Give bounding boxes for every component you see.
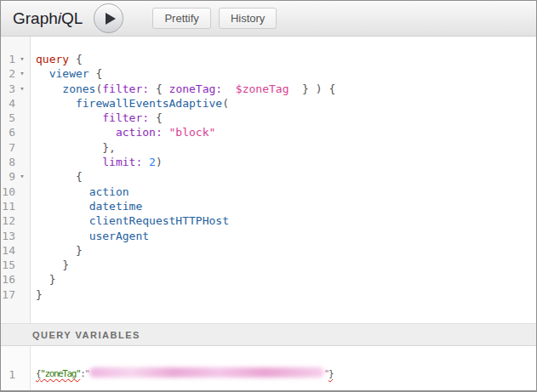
- line-number: 13: [1, 229, 15, 243]
- code-token: firewallEventsAdaptive: [76, 97, 222, 110]
- gutter-row: 4: [1, 96, 30, 111]
- code-token: ": [84, 368, 89, 379]
- code-line[interactable]: }: [36, 243, 536, 258]
- code-token: }: [36, 288, 43, 301]
- code-line[interactable]: action: "block": [36, 125, 536, 139]
- fold-spacer: [15, 243, 29, 258]
- code-token: [36, 141, 102, 154]
- fold-spacer: [15, 199, 29, 213]
- code-line[interactable]: query {: [36, 52, 536, 66]
- gutter-row: 2▾: [1, 66, 30, 81]
- code-token: [36, 82, 62, 95]
- variables-code[interactable]: {"zoneTag":""}: [31, 346, 536, 390]
- code-token: zones: [62, 82, 95, 95]
- code-line[interactable]: filter: {: [36, 111, 536, 125]
- app-title-ql: QL: [61, 9, 83, 27]
- line-number: 1: [1, 367, 15, 382]
- code-line[interactable]: userAgent: [36, 229, 536, 243]
- query-variables-header[interactable]: QUERY VARIABLES: [1, 323, 536, 346]
- line-number: 12: [1, 213, 15, 228]
- fold-spacer: [15, 287, 29, 302]
- line-number: 11: [1, 199, 15, 213]
- gutter-row: 17: [1, 287, 30, 302]
- fold-arrow-icon[interactable]: ▾: [15, 52, 29, 66]
- gutter-row: 12: [1, 213, 30, 228]
- code-line[interactable]: firewallEventsAdaptive(: [36, 96, 536, 111]
- gutter-row: 15: [1, 258, 30, 272]
- code-line[interactable]: },: [36, 140, 536, 155]
- code-line[interactable]: clientRequestHTTPHost: [36, 213, 536, 228]
- code-token: [36, 97, 76, 110]
- code-token: datetime: [89, 200, 143, 213]
- line-number: 4: [1, 96, 15, 111]
- gutter-row: 6: [1, 125, 30, 139]
- code-token: [36, 258, 62, 271]
- line-number: 9: [1, 169, 15, 184]
- redacted-zone-tag-value: [89, 367, 324, 378]
- fold-arrow-icon[interactable]: ▾: [15, 82, 29, 96]
- gutter-row: 3▾: [1, 82, 30, 96]
- fold-arrow-icon[interactable]: ▾: [15, 66, 29, 81]
- code-token: {: [76, 170, 83, 183]
- line-number: 14: [1, 243, 15, 258]
- code-token: [142, 156, 149, 168]
- gutter-row: 5: [1, 111, 30, 125]
- code-token: [36, 67, 49, 80]
- code-line[interactable]: datetime: [36, 199, 536, 213]
- fold-spacer: [15, 272, 29, 287]
- code-token: filter:: [102, 111, 149, 124]
- gutter-row: 10: [1, 185, 30, 199]
- code-token: [36, 244, 76, 257]
- line-number: 1: [1, 52, 15, 66]
- toolbar: GraphiQL Prettify History: [1, 1, 536, 37]
- code-line[interactable]: action: [36, 185, 536, 199]
- app-title: GraphiQL: [13, 9, 83, 28]
- code-line[interactable]: viewer {: [36, 66, 536, 81]
- query-variables-title: QUERY VARIABLES: [32, 330, 140, 340]
- code-token: } ) {: [288, 82, 335, 95]
- code-line[interactable]: }: [36, 272, 536, 287]
- code-token: "zoneTag": [40, 368, 80, 379]
- code-token: {: [149, 82, 169, 95]
- line-number: 16: [1, 272, 15, 287]
- code-token: {: [69, 53, 83, 65]
- line-number: 2: [1, 66, 15, 81]
- query-code[interactable]: query { viewer { zones(filter: { zoneTag…: [31, 37, 536, 323]
- code-token: }: [76, 244, 83, 257]
- code-token: {: [89, 67, 103, 80]
- prettify-button[interactable]: Prettify: [152, 8, 210, 29]
- variables-code-line[interactable]: {"zoneTag":""}: [36, 367, 536, 382]
- query-editor[interactable]: 1▾2▾3▾456789▾1011121314151617 query { vi…: [1, 37, 536, 323]
- code-token: ): [156, 156, 163, 168]
- code-line[interactable]: zones(filter: { zoneTag: $zoneTag } ) {: [36, 82, 536, 96]
- fold-spacer: [15, 125, 29, 139]
- line-number: 5: [1, 111, 15, 125]
- code-token: filter:: [102, 82, 149, 95]
- fold-spacer: [15, 367, 29, 382]
- code-token: [36, 200, 89, 213]
- code-token: [36, 185, 89, 198]
- code-token: [36, 111, 102, 124]
- variables-gutter-row: 1: [1, 367, 30, 382]
- line-number: 10: [1, 185, 15, 199]
- line-number: 6: [1, 125, 15, 139]
- line-number-gutter: 1▾2▾3▾456789▾1011121314151617: [1, 37, 31, 323]
- history-button[interactable]: History: [219, 8, 277, 29]
- code-line[interactable]: }: [36, 258, 536, 272]
- code-token: }: [49, 273, 56, 286]
- line-number: 3: [1, 82, 15, 96]
- execute-query-button[interactable]: [94, 3, 123, 33]
- gutter-row: 14: [1, 243, 30, 258]
- gutter-row: 8: [1, 155, 30, 169]
- code-line[interactable]: limit: 2): [36, 155, 536, 169]
- code-token: clientRequestHTTPHost: [89, 214, 229, 227]
- code-line[interactable]: }: [36, 287, 536, 302]
- variables-editor[interactable]: 1 {"zoneTag":""}: [1, 346, 536, 390]
- code-token: query: [36, 53, 69, 65]
- fold-arrow-icon[interactable]: ▾: [15, 169, 29, 184]
- code-token: {: [149, 111, 163, 124]
- code-token: action:: [116, 126, 163, 139]
- gutter-row: 11: [1, 199, 30, 213]
- code-token: (: [222, 97, 229, 110]
- code-line[interactable]: {: [36, 169, 536, 184]
